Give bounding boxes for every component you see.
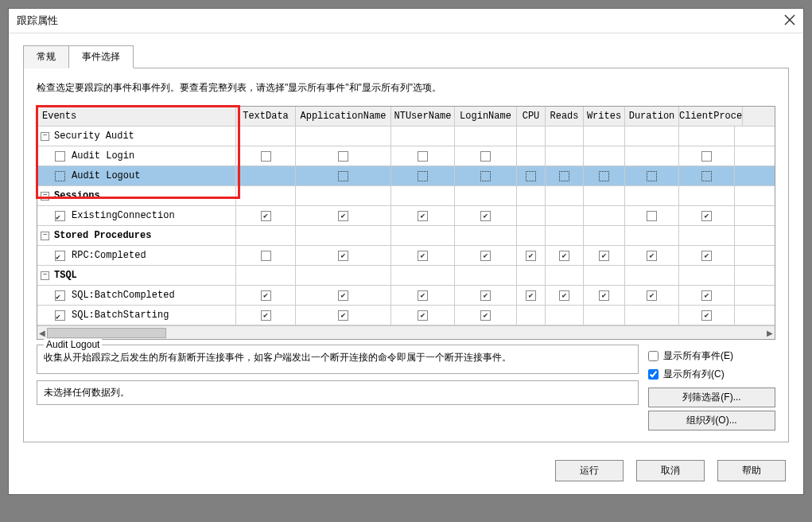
titlebar: 跟踪属性 — [9, 9, 803, 33]
row-audit-logout[interactable]: Audit Logout — [37, 166, 236, 186]
tab-general[interactable]: 常规 — [23, 45, 69, 68]
checkbox[interactable] — [647, 171, 657, 181]
row-audit-login[interactable]: Audit Login — [37, 146, 236, 166]
checkbox[interactable] — [526, 251, 536, 261]
checkbox[interactable] — [701, 251, 712, 261]
checkbox[interactable] — [480, 290, 491, 301]
datarow-audit-login[interactable] — [236, 146, 775, 166]
group-security-audit[interactable]: − Security Audit — [37, 127, 236, 146]
row-existing-connection[interactable]: ExistingConnection — [37, 206, 236, 226]
scrollbar-thumb[interactable] — [47, 328, 166, 338]
horizontal-scrollbar[interactable]: ◀ ▶ — [37, 325, 775, 339]
checkbox-audit-logout[interactable] — [55, 171, 65, 181]
checkbox[interactable] — [338, 251, 348, 261]
checkbox[interactable] — [647, 290, 657, 301]
collapse-icon[interactable]: − — [41, 232, 49, 240]
checkbox[interactable] — [418, 310, 428, 321]
show-all-columns-checkbox[interactable]: 显示所有列(C) — [648, 368, 775, 381]
checkbox[interactable] — [701, 151, 712, 162]
scroll-right-icon[interactable]: ▶ — [767, 329, 773, 337]
col-header-textdata[interactable]: TextData — [236, 107, 296, 126]
checkbox[interactable] — [701, 171, 712, 181]
group-stored-procedures[interactable]: − Stored Procedures — [37, 226, 236, 246]
checkbox[interactable] — [261, 151, 271, 162]
checkbox[interactable] — [261, 251, 271, 261]
checkbox-show-all-columns[interactable] — [648, 369, 659, 380]
checkbox[interactable] — [338, 211, 348, 221]
row-rpc-completed[interactable]: RPC:Completed — [37, 246, 236, 266]
help-button[interactable]: 帮助 — [717, 460, 786, 481]
collapse-icon[interactable]: − — [41, 271, 49, 280]
checkbox[interactable] — [480, 211, 491, 221]
checkbox[interactable] — [418, 290, 428, 301]
col-header-reads[interactable]: Reads — [546, 107, 584, 126]
datarow-existing-connection[interactable] — [236, 206, 775, 226]
checkbox[interactable] — [559, 290, 569, 301]
checkbox[interactable] — [559, 171, 569, 181]
checkbox[interactable] — [261, 310, 271, 321]
checkbox-batch-starting[interactable] — [55, 310, 65, 321]
tab-body: 检查选定要跟踪的事件和事件列。要查看完整列表，请选择"显示所有事件"和"显示所有… — [23, 68, 789, 442]
checkbox[interactable] — [261, 211, 271, 221]
checkbox[interactable] — [559, 251, 569, 261]
datarow-rpc-completed[interactable] — [236, 246, 775, 266]
checkbox-rpc-completed[interactable] — [55, 251, 65, 261]
checkbox[interactable] — [526, 290, 536, 301]
checkbox[interactable] — [701, 290, 712, 301]
checkbox[interactable] — [261, 290, 271, 301]
column-filters-button[interactable]: 列筛选器(F)... — [648, 388, 775, 407]
checkbox-batch-completed[interactable] — [55, 290, 65, 301]
checkbox[interactable] — [338, 171, 348, 181]
cancel-button[interactable]: 取消 — [636, 460, 705, 481]
checkbox[interactable] — [418, 151, 428, 162]
checkbox[interactable] — [526, 171, 536, 181]
datarow-batch-starting[interactable] — [236, 306, 775, 325]
checkbox-existing-connection[interactable] — [55, 211, 65, 221]
datarow-audit-logout[interactable] — [236, 166, 775, 186]
checkbox[interactable] — [647, 251, 657, 261]
datarow-batch-completed[interactable] — [236, 286, 775, 306]
collapse-icon[interactable]: − — [41, 192, 49, 201]
checkbox[interactable] — [647, 211, 657, 221]
col-header-clientprocess[interactable]: ClientProce — [679, 107, 743, 126]
dialog-title: 跟踪属性 — [17, 14, 58, 28]
description-text: 收集从开始跟踪之后发生的所有新断开连接事件，如客户端发出一个断开连接的命令即属于… — [44, 350, 631, 365]
checkbox[interactable] — [599, 290, 609, 301]
row-batch-starting[interactable]: SQL:BatchStarting — [37, 306, 236, 325]
checkbox[interactable] — [338, 151, 348, 162]
no-data-column-box: 未选择任何数据列。 — [37, 380, 639, 405]
show-all-events-checkbox[interactable]: 显示所有事件(E) — [648, 349, 775, 363]
checkbox[interactable] — [701, 310, 712, 321]
checkbox[interactable] — [599, 171, 609, 181]
checkbox[interactable] — [480, 171, 491, 181]
checkbox[interactable] — [480, 151, 491, 162]
col-header-applicationname[interactable]: ApplicationName — [296, 107, 391, 126]
tab-event-selection[interactable]: 事件选择 — [68, 45, 134, 68]
col-header-writes[interactable]: Writes — [584, 107, 625, 126]
checkbox-audit-login[interactable] — [55, 151, 65, 162]
row-batch-completed[interactable]: SQL:BatchCompleted — [37, 286, 236, 306]
checkbox[interactable] — [418, 171, 428, 181]
run-button[interactable]: 运行 — [555, 460, 624, 481]
checkbox[interactable] — [418, 251, 428, 261]
col-header-loginname[interactable]: LoginName — [455, 107, 517, 126]
col-header-duration[interactable]: Duration — [625, 107, 679, 126]
checkbox[interactable] — [480, 310, 491, 321]
checkbox[interactable] — [338, 310, 348, 321]
checkbox[interactable] — [701, 211, 712, 221]
scroll-left-icon[interactable]: ◀ — [39, 329, 45, 337]
collapse-icon[interactable]: − — [41, 132, 49, 141]
group-sessions[interactable]: − Sessions — [37, 186, 236, 206]
dialog-buttons: 运行 取消 帮助 — [9, 450, 803, 494]
checkbox-show-all-events[interactable] — [648, 351, 659, 361]
col-header-ntusername[interactable]: NTUserName — [391, 107, 455, 126]
col-header-events[interactable]: Events — [37, 107, 236, 127]
checkbox[interactable] — [599, 251, 609, 261]
group-tsql[interactable]: − TSQL — [37, 266, 236, 286]
organize-columns-button[interactable]: 组织列(O)... — [648, 411, 775, 430]
checkbox[interactable] — [338, 290, 348, 301]
close-icon[interactable] — [784, 14, 795, 28]
col-header-cpu[interactable]: CPU — [517, 107, 546, 126]
checkbox[interactable] — [418, 211, 428, 221]
checkbox[interactable] — [480, 251, 491, 261]
